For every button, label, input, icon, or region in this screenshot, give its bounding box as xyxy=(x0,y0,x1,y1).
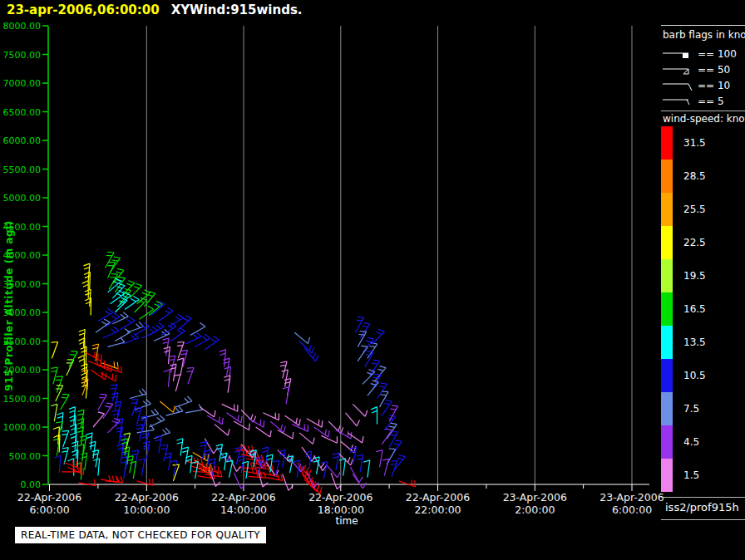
wind-barb xyxy=(304,348,318,361)
y-tick-label: 500.00 xyxy=(9,451,42,462)
wind-barb xyxy=(51,367,57,384)
wind-barb xyxy=(131,400,138,416)
wind-barb xyxy=(175,396,192,407)
wind-barb xyxy=(205,336,219,350)
y-tick-label: 7000.00 xyxy=(3,78,42,89)
half-barb-icon xyxy=(662,96,693,107)
wind-barb xyxy=(93,412,105,427)
wind-barb xyxy=(96,319,110,332)
wind-barb xyxy=(177,342,185,359)
wind-barb xyxy=(177,358,184,376)
wind-barb xyxy=(376,450,382,468)
wind-barb xyxy=(249,419,264,428)
wind-barb xyxy=(270,421,285,432)
wind-barb xyxy=(326,464,340,478)
colorbar-label: 25.5 xyxy=(683,204,706,215)
wind-barb xyxy=(353,404,368,416)
wind-barb xyxy=(185,405,203,413)
wind-barb xyxy=(220,350,226,367)
wind-barb xyxy=(331,473,342,489)
x-tick-time: 2:00:00 xyxy=(515,504,555,516)
wind-barb xyxy=(86,351,101,361)
x-tick-date: 22-Apr-2006 xyxy=(115,491,179,504)
wind-barb xyxy=(336,430,352,440)
colorbar-segment xyxy=(661,160,673,193)
source-top-divider xyxy=(661,497,745,498)
wind-barb xyxy=(363,460,370,478)
wind-barb xyxy=(108,418,121,433)
wind-barb xyxy=(82,281,88,298)
wind-barb xyxy=(103,327,119,338)
colorbar-label: 19.5 xyxy=(683,270,706,282)
x-tick-time: 6:00:00 xyxy=(612,504,652,516)
y-tick-label: 1500.00 xyxy=(3,394,42,405)
wind-barb xyxy=(178,316,191,330)
y-tick-label: 1000.00 xyxy=(3,422,42,433)
wind-barb xyxy=(382,459,389,475)
colorbar-segment xyxy=(661,326,673,359)
colorbar-label: 4.5 xyxy=(683,436,699,448)
wind-barb xyxy=(294,332,309,343)
wind-barb xyxy=(155,435,162,453)
wind-barb xyxy=(108,337,125,347)
y-tick-label: 6000.00 xyxy=(3,135,42,146)
colorbar-segment xyxy=(661,292,673,326)
wind-barb xyxy=(51,404,57,421)
wind-barb xyxy=(61,394,70,410)
legend-flag-label: == 100 xyxy=(698,48,737,60)
wind-barb xyxy=(169,314,184,327)
colorbar-segment xyxy=(661,126,673,160)
x-tick-time: 14:00:00 xyxy=(220,504,267,516)
wind-barb xyxy=(161,445,168,461)
wind-barb xyxy=(195,334,210,346)
y-tick-label: 7500.00 xyxy=(3,50,42,61)
x-tick-time: 22:00:00 xyxy=(414,504,461,516)
wind-barb xyxy=(98,308,113,321)
wind-barb xyxy=(372,329,385,344)
legend-flag-rows: == 100 == 50 == 10 == 5 xyxy=(662,46,737,109)
wind-barb xyxy=(339,459,346,476)
wind-barb xyxy=(130,389,146,399)
wind-barb xyxy=(69,351,78,367)
wind-barb xyxy=(121,462,127,479)
x-tick-time: 18:00:00 xyxy=(318,504,364,516)
legend-flag-label: == 10 xyxy=(698,80,730,91)
wind-barb xyxy=(358,332,367,347)
title-datetime: 23-apr-2006,06:00:00 xyxy=(7,2,160,17)
colorbar-segment xyxy=(661,359,673,392)
wind-barb xyxy=(207,415,223,425)
x-tick-date: 22-Apr-2006 xyxy=(17,491,81,504)
legend-flag-row-100: == 100 xyxy=(662,46,737,61)
wind-barb xyxy=(106,476,123,483)
wind-barb xyxy=(292,425,308,432)
colorbar-label: 16.5 xyxy=(683,303,706,315)
wind-barb xyxy=(103,403,113,419)
wind-barb xyxy=(333,453,339,470)
x-tick-date: 23-Apr-2006 xyxy=(599,491,664,504)
legend-top-divider xyxy=(661,25,745,26)
wind-barb xyxy=(98,394,106,410)
wind-barb xyxy=(160,401,175,412)
wind-barb xyxy=(56,386,63,401)
wind-barb xyxy=(371,407,377,425)
wind-barb xyxy=(187,368,195,385)
wind-barb xyxy=(299,433,314,445)
wind-barb xyxy=(86,433,92,450)
colorbar-segment xyxy=(661,425,673,459)
plot-title: XYWind:915winds. xyxy=(171,2,303,17)
colorbar-segment xyxy=(661,193,673,226)
wind-profiler-screen: { "header": { "datetime": "23-apr-2006,0… xyxy=(0,0,745,560)
wind-barb xyxy=(56,376,63,393)
colorbar-label: 13.5 xyxy=(683,336,706,348)
wind-barb xyxy=(77,445,84,462)
wind-barb xyxy=(360,323,370,339)
wind-barb xyxy=(78,356,85,373)
wind-barb xyxy=(365,351,374,367)
wind-barb xyxy=(256,427,272,437)
wind-barb xyxy=(357,454,363,472)
wind-barb xyxy=(149,323,164,336)
colorbar-segment xyxy=(661,459,673,492)
wind-barb xyxy=(141,409,158,419)
source-bottom-divider xyxy=(661,519,745,520)
colorbar-label: 31.5 xyxy=(683,137,706,149)
